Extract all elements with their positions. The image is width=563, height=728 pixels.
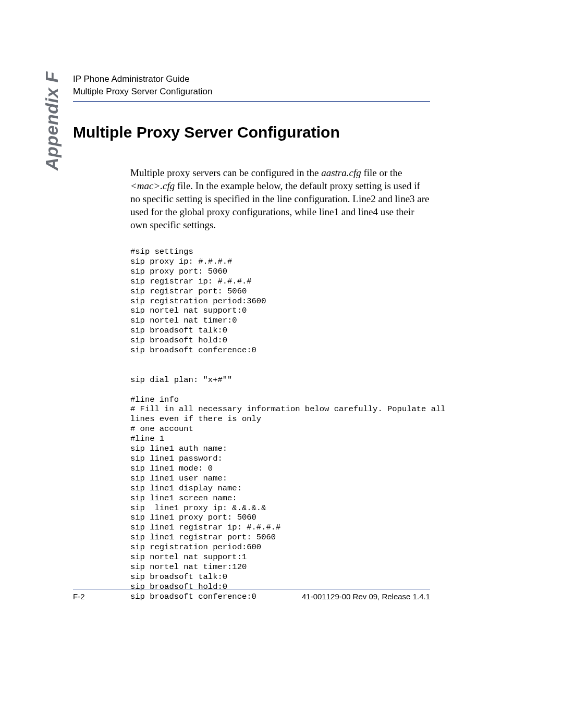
para-italic-1: aastra.cfg	[321, 167, 361, 178]
intro-paragraph: Multiple proxy servers can be configured…	[130, 166, 430, 231]
para-italic-2: <mac>.cfg	[130, 180, 175, 191]
header-line-1: IP Phone Administrator Guide	[73, 73, 430, 85]
para-text-2: file or the	[361, 167, 402, 178]
section-heading: Multiple Proxy Server Configuration	[73, 124, 430, 141]
doc-revision: 41-001129-00 Rev 09, Release 1.4.1	[302, 592, 430, 601]
footer-rule	[73, 589, 430, 589]
appendix-side-label: Appendix F	[42, 71, 62, 170]
page-footer: F-2 41-001129-00 Rev 09, Release 1.4.1	[73, 592, 430, 601]
running-header: IP Phone Administrator Guide Multiple Pr…	[73, 73, 430, 98]
config-code-block: #sip settings sip proxy ip: #.#.#.# sip …	[130, 247, 430, 602]
para-text-1: Multiple proxy servers can be configured…	[130, 167, 321, 178]
para-text-3: file. In the example below, the default …	[130, 180, 430, 230]
page-number: F-2	[73, 592, 85, 601]
header-rule	[73, 101, 430, 102]
header-line-2: Multiple Proxy Server Configuration	[73, 85, 430, 98]
